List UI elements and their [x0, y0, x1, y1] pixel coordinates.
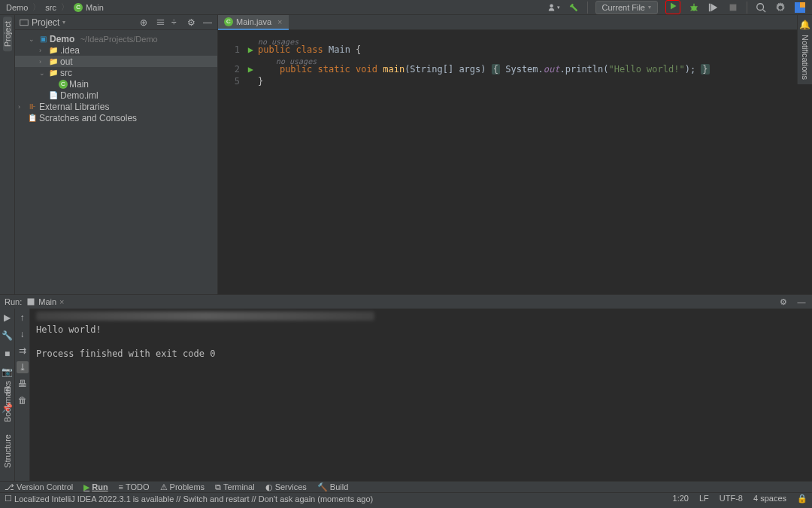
- gutter-run-icon[interactable]: ▶: [246, 63, 253, 71]
- folder-out-icon: 📁: [48, 56, 59, 67]
- wrap-icon[interactable]: ⇉: [17, 345, 29, 357]
- gutter-run-icon[interactable]: ▶: [246, 44, 253, 51]
- run-panel-header: Run: Main × ⚙ —: [0, 295, 812, 309]
- lock-icon[interactable]: 🔒: [797, 494, 807, 503]
- down-icon[interactable]: ↓: [17, 328, 29, 340]
- svg-rect-7: [20, 20, 29, 26]
- close-tab-icon[interactable]: ×: [277, 17, 282, 26]
- code-content[interactable]: no usages public class Main { no usages …: [244, 30, 710, 294]
- chevron-right-icon: ›: [39, 58, 47, 65]
- structure-tool-tab[interactable]: Structure: [3, 430, 12, 473]
- build-icon[interactable]: [568, 2, 580, 14]
- search-icon[interactable]: [755, 2, 767, 14]
- run-toolbar-left2: ↑ ↓ ⇉ ⤓ 🖶 🗑: [15, 309, 30, 481]
- console-output[interactable]: Hello world! Process finished with exit …: [30, 309, 812, 481]
- dropdown-icon: ▾: [648, 4, 651, 11]
- tree-item-iml[interactable]: 📄 Demo.iml: [15, 90, 217, 101]
- project-view-icon: [20, 18, 29, 27]
- print-icon[interactable]: 🖶: [17, 378, 29, 390]
- collapse-all-icon[interactable]: ÷: [171, 17, 181, 27]
- tab-terminal[interactable]: ⧉Terminal: [215, 482, 255, 492]
- chevron-right-icon: ›: [18, 103, 26, 111]
- bell-icon[interactable]: 🔔: [799, 20, 810, 30]
- status-message[interactable]: Localized IntelliJ IDEA 2022.3.1 is avai…: [14, 494, 373, 503]
- tree-root[interactable]: ⌄ ▣ Demo ~/IdeaProjects/Demo: [15, 33, 217, 44]
- usage-hint[interactable]: no usages: [258, 36, 710, 44]
- services-icon: ◐: [265, 482, 273, 492]
- tree-scratches[interactable]: 📋 Scratches and Consoles: [15, 112, 217, 123]
- breadcrumb-folder[interactable]: src: [45, 3, 56, 12]
- terminal-icon: ⧉: [215, 482, 221, 492]
- editor-body[interactable]: ✓ 1▶ 2▶ 5 no usages public class Main { …: [218, 30, 812, 294]
- editor-tab-main[interactable]: C Main.java ×: [218, 15, 289, 30]
- folder-icon: 📁: [48, 45, 59, 56]
- close-tab-icon[interactable]: ×: [59, 297, 64, 306]
- breadcrumb-sep-icon: 〉: [32, 2, 41, 13]
- tab-problems[interactable]: ⚠Problems: [160, 482, 205, 492]
- play-icon: ▶: [83, 482, 89, 492]
- module-icon: ▣: [38, 34, 48, 44]
- svg-rect-2: [709, 3, 710, 11]
- app-icon: [26, 297, 35, 306]
- run-gear-icon[interactable]: ⚙: [777, 296, 789, 308]
- select-opened-icon[interactable]: ⊕: [140, 17, 150, 27]
- wrench-icon[interactable]: 🔧: [2, 330, 14, 342]
- tree-external-libs[interactable]: › ⊪ External Libraries: [15, 101, 217, 112]
- project-panel-title[interactable]: Project: [32, 17, 59, 28]
- indent-info[interactable]: 4 spaces: [753, 494, 786, 503]
- tab-build[interactable]: 🔨Build: [317, 482, 348, 492]
- tree-item-out[interactable]: › 📁 out: [15, 56, 217, 67]
- svg-rect-3: [730, 4, 737, 11]
- project-tool-tab[interactable]: Project: [3, 17, 12, 51]
- breadcrumb-file[interactable]: Main: [86, 3, 104, 12]
- editor-gutter: 1▶ 2▶ 5: [218, 30, 244, 294]
- left-lower-stripe: Bookmarks Structure: [0, 376, 15, 473]
- stop-icon[interactable]: ■: [2, 348, 14, 360]
- minimize-icon[interactable]: —: [203, 17, 213, 27]
- project-panel-tools: ⊕ ÷ ⚙ —: [140, 17, 213, 27]
- tree-item-idea[interactable]: › 📁 .idea: [15, 44, 217, 56]
- scroll-to-end-icon[interactable]: ⤓: [17, 361, 29, 373]
- project-panel: Project ▾ ⊕ ÷ ⚙ — ⌄ ▣ Demo ~/IdeaProject…: [15, 15, 218, 294]
- users-icon[interactable]: ▾: [548, 2, 560, 14]
- debug-icon[interactable]: [688, 2, 700, 14]
- svg-point-4: [757, 3, 764, 10]
- panel-gear-icon[interactable]: ⚙: [187, 17, 197, 27]
- tree-item-src[interactable]: ⌄ 📁 src: [15, 67, 217, 78]
- stop-icon[interactable]: [727, 2, 739, 14]
- root-path: ~/IdeaProjects/Demo: [80, 35, 158, 44]
- breadcrumb: Demo 〉 src 〉 C Main: [6, 2, 104, 13]
- rerun-icon[interactable]: ▶: [2, 312, 14, 324]
- expand-all-icon[interactable]: [156, 17, 165, 27]
- bookmarks-tool-tab[interactable]: Bookmarks: [3, 376, 12, 427]
- run-tab-main[interactable]: Main ×: [26, 297, 64, 306]
- ide-logo-icon[interactable]: [794, 2, 806, 14]
- run-config-selector[interactable]: Current File ▾: [595, 1, 658, 14]
- run-button-highlighted[interactable]: [665, 0, 680, 14]
- line-ending[interactable]: LF: [699, 494, 709, 503]
- breadcrumb-project[interactable]: Demo: [6, 3, 28, 12]
- bottom-tool-tabs: ⎇Version Control ▶Run ≡TODO ⚠Problems ⧉T…: [0, 481, 812, 492]
- minimize-icon[interactable]: —: [795, 296, 807, 308]
- tab-todo[interactable]: ≡TODO: [119, 482, 150, 491]
- caret-position[interactable]: 1:20: [673, 494, 689, 503]
- run-with-coverage-icon[interactable]: [707, 2, 720, 14]
- tab-version-control[interactable]: ⎇Version Control: [5, 482, 73, 492]
- gear-icon[interactable]: [774, 2, 786, 14]
- project-tree[interactable]: ⌄ ▣ Demo ~/IdeaProjects/Demo › 📁 .idea ›…: [15, 30, 217, 126]
- class-icon: C: [224, 17, 233, 26]
- encoding[interactable]: UTF-8: [720, 494, 743, 503]
- tree-item-main-class[interactable]: C Main: [15, 78, 217, 90]
- warning-icon: ⚠: [160, 482, 168, 492]
- notifications-tool-tab[interactable]: Notifications: [801, 30, 810, 84]
- usage-hint[interactable]: no usages: [258, 56, 710, 63]
- tab-services[interactable]: ◐Services: [265, 482, 307, 492]
- list-icon: ≡: [119, 482, 123, 491]
- trash-icon[interactable]: 🗑: [17, 394, 29, 406]
- folder-src-icon: 📁: [48, 68, 59, 78]
- blurred-command-line: [36, 312, 374, 321]
- run-config-label: Current File: [602, 3, 645, 12]
- svg-rect-6: [800, 2, 805, 8]
- tab-run[interactable]: ▶Run: [83, 482, 108, 492]
- up-icon[interactable]: ↑: [17, 312, 29, 324]
